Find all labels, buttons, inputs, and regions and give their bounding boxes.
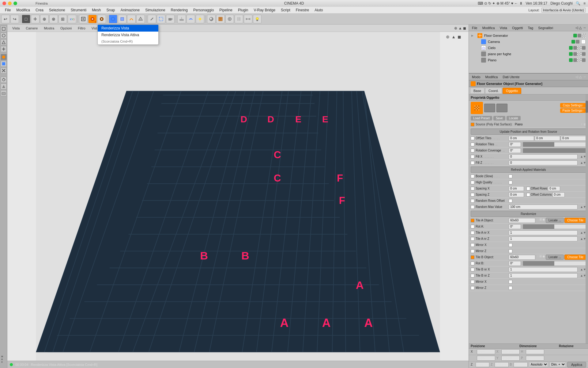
field-tile-a-nr-x[interactable]: 1 bbox=[509, 230, 578, 235]
light-btn[interactable] bbox=[196, 15, 204, 23]
left-btn-4[interactable] bbox=[1, 46, 7, 52]
obj-tab-modifica[interactable]: Modifica bbox=[481, 25, 496, 30]
menu-plugin[interactable]: Plugin bbox=[236, 7, 251, 13]
obj-expand-floor[interactable]: ▶ bbox=[471, 34, 476, 37]
sub-btn-camere[interactable]: Camere bbox=[23, 26, 40, 31]
minimize-button[interactable] bbox=[8, 2, 12, 5]
field-offset-z[interactable]: 0 cm bbox=[561, 136, 586, 141]
new-btn[interactable]: □ bbox=[22, 15, 30, 23]
menu-modifica[interactable]: Modifica bbox=[14, 7, 32, 13]
props-tab-oggetto[interactable]: Oggetto bbox=[503, 88, 521, 94]
tile-b-icon-1[interactable]: ↑ bbox=[537, 255, 539, 260]
mirror-x-a-toggle[interactable] bbox=[509, 243, 512, 247]
cb-tile-b[interactable] bbox=[471, 255, 474, 259]
left-btn-6[interactable] bbox=[1, 61, 7, 67]
props-btn-modifica[interactable]: Modifica bbox=[484, 75, 499, 79]
props-icon-up[interactable]: △ bbox=[579, 75, 582, 79]
obj-tab-oggetti[interactable]: Oggetti bbox=[511, 25, 524, 30]
locate-preset-btn[interactable]: Locate bbox=[507, 116, 521, 121]
obj-row-floor-generator[interactable]: ▶ Floor Generator bbox=[470, 33, 587, 39]
obj-extra-piano[interactable] bbox=[582, 58, 586, 62]
render-anim-btn[interactable]: ▼ bbox=[88, 15, 97, 23]
props-icon-left[interactable]: ◁ bbox=[575, 75, 578, 79]
obj-icon-arrow[interactable]: → bbox=[583, 26, 586, 30]
props-tab-base[interactable]: Base bbox=[470, 88, 484, 94]
obj-row-cielo[interactable]: Cielo bbox=[470, 45, 587, 51]
primitive-cube-btn[interactable] bbox=[118, 15, 126, 23]
obj-tab-vista[interactable]: Vista bbox=[499, 25, 508, 30]
field-tile-a-nr-z[interactable]: 1 bbox=[509, 236, 578, 241]
obj-extra-cielo[interactable] bbox=[582, 46, 586, 50]
menu-selezione[interactable]: Selezione bbox=[47, 7, 68, 13]
nav-icon-2[interactable]: ▲ bbox=[451, 34, 456, 39]
cb-mirror-x-b[interactable] bbox=[471, 280, 474, 284]
menu-crea[interactable]: Crea bbox=[33, 7, 46, 13]
menu-mesh[interactable]: Mesh bbox=[89, 7, 103, 13]
menu-simulazione[interactable]: Simulazione bbox=[143, 7, 168, 13]
left-btn-8[interactable] bbox=[1, 77, 7, 83]
obj-render-piano-fughe[interactable] bbox=[578, 52, 581, 56]
menu-rendering[interactable]: Rendering bbox=[168, 7, 190, 13]
rot-p-field[interactable]: 0° bbox=[526, 356, 544, 361]
field-offset-cols[interactable]: 0 cm bbox=[552, 192, 565, 197]
pos-y-field[interactable]: 0 cm bbox=[477, 356, 495, 361]
menu-snap[interactable]: Snap bbox=[104, 7, 117, 13]
obj-row-piano[interactable]: Piano bbox=[470, 57, 587, 63]
obj-vis-piano-fughe[interactable] bbox=[569, 52, 573, 56]
left-btn-9[interactable] bbox=[1, 83, 7, 90]
dim-y-field[interactable]: 0.5 cm bbox=[501, 356, 520, 361]
obj-row-camera[interactable]: Camera ✓ bbox=[470, 39, 587, 45]
cb-tile-a-nr-z[interactable] bbox=[471, 237, 474, 241]
measure-btn[interactable] bbox=[244, 15, 252, 23]
dim-z-field[interactable]: 540 cm bbox=[495, 362, 509, 367]
undo-btn[interactable]: ↩ bbox=[1, 15, 10, 23]
sub-btn-opzioni[interactable]: Opzioni bbox=[58, 26, 74, 31]
menu-aiuto[interactable]: Aiuto bbox=[312, 7, 325, 13]
nav-icon-3[interactable]: ◼ bbox=[458, 34, 461, 39]
primitive-sphere-btn[interactable] bbox=[109, 15, 117, 23]
scale-tool[interactable]: ⊗ bbox=[49, 15, 58, 23]
props-scrollbar-thumb[interactable] bbox=[586, 101, 588, 113]
refresh-materials-btn[interactable]: Refresh Applied Materials bbox=[471, 167, 586, 173]
sub-btn-mostra[interactable]: Mostra bbox=[41, 26, 57, 31]
cb-hq[interactable] bbox=[471, 181, 474, 184]
axis-tool[interactable]: ⊞ bbox=[58, 15, 67, 23]
cb-offset-rows[interactable] bbox=[526, 187, 530, 190]
obj-row-piano-fughe[interactable]: piano per fughe bbox=[470, 51, 587, 57]
menu-pipeline[interactable]: Pipeline bbox=[217, 7, 235, 13]
render-region-btn[interactable] bbox=[79, 15, 88, 23]
snap-btn[interactable] bbox=[225, 15, 234, 23]
obj-vis-floor[interactable] bbox=[573, 34, 577, 37]
redo-btn[interactable]: ↪ bbox=[10, 15, 19, 23]
finestra-menu[interactable]: Finestra bbox=[36, 2, 48, 5]
obj-render-cielo[interactable] bbox=[578, 46, 581, 50]
field-offset-y[interactable]: 0 cm bbox=[535, 136, 560, 141]
cb-random-rows[interactable] bbox=[471, 199, 474, 203]
grid-btn[interactable] bbox=[235, 15, 243, 23]
floor-btn[interactable] bbox=[177, 15, 186, 23]
cb-rot-b[interactable] bbox=[471, 262, 474, 265]
props-tab-coord[interactable]: Coord. bbox=[485, 88, 502, 94]
mode-select[interactable]: Assoluto bbox=[529, 362, 548, 367]
field-tile-b[interactable]: 60x60 bbox=[509, 255, 535, 260]
obj-icon-up[interactable]: △ bbox=[579, 26, 582, 30]
props-btn-modo[interactable]: Modo bbox=[471, 75, 482, 79]
viewport-icons-group[interactable]: ⊕ ▲ ◼ bbox=[454, 26, 466, 30]
slider-rot-b[interactable] bbox=[523, 261, 586, 266]
hq-toggle[interactable] bbox=[509, 181, 512, 184]
tile-b-locate-btn[interactable]: Locate ... bbox=[546, 255, 564, 260]
field-rotation-tiles[interactable]: 0° bbox=[509, 142, 521, 147]
pos-x-field[interactable]: 0 cm bbox=[477, 349, 495, 354]
material-btn[interactable] bbox=[207, 15, 216, 23]
obj-lock-piano-fughe[interactable] bbox=[573, 52, 577, 56]
left-btn-7[interactable] bbox=[1, 67, 7, 74]
tile-a-choose-tile-btn[interactable]: Choose Tile bbox=[564, 218, 586, 223]
pos-z-field[interactable]: 0 cm bbox=[476, 362, 490, 367]
obj-vis-camera[interactable] bbox=[571, 40, 575, 44]
left-btn-10[interactable] bbox=[1, 90, 7, 96]
field-fill-z[interactable]: 0 bbox=[509, 160, 578, 165]
menu-file[interactable]: File bbox=[2, 7, 13, 13]
obj-active-camera[interactable]: ✓ bbox=[581, 40, 586, 44]
random-rows-toggle[interactable] bbox=[509, 199, 512, 203]
menu-finestre[interactable]: Finestre bbox=[293, 7, 311, 13]
